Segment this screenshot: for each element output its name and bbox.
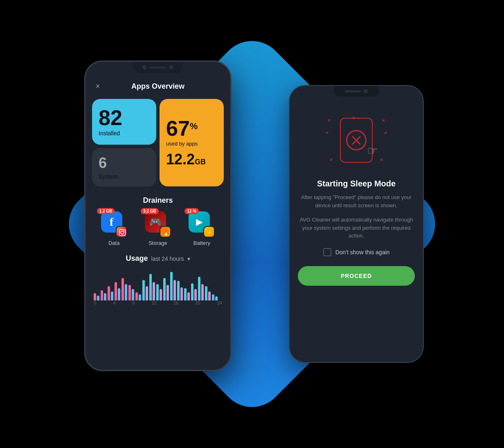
chart-bars xyxy=(92,268,224,300)
chart-label-8: 8 xyxy=(132,300,135,305)
chart-label-12: 12 xyxy=(152,300,157,305)
chart-label-20: 20 xyxy=(195,300,200,305)
proceed-button[interactable]: PROCEED xyxy=(298,266,415,286)
percent-sign: % xyxy=(190,121,198,132)
percent-wrap: 67 % xyxy=(166,118,198,139)
drainer-storage-badge: 3.2 GB xyxy=(141,208,159,214)
x-mark-3: × xyxy=(382,118,385,123)
svg-point-2 xyxy=(124,231,124,231)
usage-chart: 0 4 8 12 16 20 24 xyxy=(92,268,224,305)
drainers-title: Drainers xyxy=(92,196,224,205)
sleep-title: Starting Sleep Mode xyxy=(317,179,396,188)
game-icon-sub: 🔥 xyxy=(160,226,171,237)
chart-labels: 0 4 8 12 16 20 24 xyxy=(92,300,224,305)
notch-back-cam xyxy=(364,89,368,93)
x-mark-7: × xyxy=(380,157,383,163)
x-mark-6: × xyxy=(330,157,333,163)
drainer-battery-icon-stack: ▶ ⚡ xyxy=(189,211,215,237)
instagram-icon-sub xyxy=(116,226,127,237)
system-count: 6 xyxy=(99,155,107,172)
play-sub-icon: ⚡ xyxy=(204,227,215,237)
notch-front-cam2 xyxy=(169,65,173,69)
used-by-label: used by apps xyxy=(166,141,198,147)
drainer-data-label: Data xyxy=(108,240,119,246)
playstore-sub-icon: ⚡ xyxy=(203,226,215,237)
usage-header: Usage last 24 hours ▾ xyxy=(92,254,224,263)
drainer-battery[interactable]: 12 % ▶ ⚡ Battery xyxy=(189,211,215,246)
x-mark-4: × xyxy=(326,130,328,136)
sleep-x-circle xyxy=(346,130,367,150)
drainer-battery-icon-wrap: 12 % ▶ ⚡ xyxy=(189,211,215,237)
drainers-row: 1.2 GB f xyxy=(92,211,224,246)
dont-show-label: Don't show this again xyxy=(335,249,390,255)
sleep-hand-icon: ☞ xyxy=(367,143,378,158)
phone-front: × Apps Overview 82 Installed 67 % used b… xyxy=(84,60,232,371)
notch-front-cam xyxy=(142,65,146,69)
stats-grid: 82 Installed 67 % used by apps 12.2 GB xyxy=(92,99,224,186)
chart-label-4: 4 xyxy=(113,300,115,305)
drainer-data-badge: 1.2 GB xyxy=(97,208,115,214)
drainer-storage[interactable]: 3.2 GB 🎮 🔥 Storage xyxy=(145,211,171,246)
drainer-storage-label: Storage xyxy=(148,240,167,246)
phone-back-notch xyxy=(334,86,379,96)
phone-back: × × × × × × × ☞ Starting Sleep Mode Afte… xyxy=(289,85,424,363)
gb-value: 12.2 xyxy=(166,151,195,168)
sleep-mode-screen: × × × × × × × ☞ Starting Sleep Mode Afte… xyxy=(290,101,423,362)
usage-stat: 67 % used by apps 12.2 GB xyxy=(160,99,224,186)
chart-label-24: 24 xyxy=(217,300,222,305)
usage-subtitle: last 24 hours xyxy=(151,255,184,262)
x-mark-1: × xyxy=(328,118,331,123)
gb-wrap: 12.2 GB xyxy=(166,151,206,168)
ig-icon xyxy=(117,227,127,237)
drainer-data-icon-stack: f xyxy=(101,211,127,237)
chart-label-0: 0 xyxy=(94,300,96,305)
system-stat: 6 System xyxy=(92,148,156,186)
usage-title: Usage xyxy=(126,254,148,263)
apps-overview-screen: × Apps Overview 82 Installed 67 % used b… xyxy=(86,74,230,370)
system-label: System xyxy=(99,173,118,180)
usage-chevron-icon[interactable]: ▾ xyxy=(187,255,190,262)
sleep-illustration: × × × × × × × ☞ xyxy=(324,110,389,171)
drainer-storage-icon-stack: 🎮 🔥 xyxy=(145,211,171,237)
chart-label-16: 16 xyxy=(173,300,178,305)
sleep-desc1: After tapping "Proceed" please do not us… xyxy=(298,193,415,209)
sleep-phone-icon: ☞ xyxy=(340,118,373,163)
svg-rect-0 xyxy=(119,230,125,236)
drainer-battery-badge: 12 % xyxy=(184,208,199,214)
notch-front-speaker xyxy=(150,67,166,69)
notch-back-speaker xyxy=(345,90,361,92)
phone-front-notch xyxy=(133,62,182,73)
drainer-data[interactable]: 1.2 GB f xyxy=(101,211,127,246)
close-button[interactable]: × xyxy=(92,81,104,92)
dont-show-checkbox[interactable] xyxy=(323,248,331,256)
sleep-desc2: AVG Cleaner will automatically navigate … xyxy=(298,216,415,240)
game-sub-icon: 🔥 xyxy=(160,227,171,237)
installed-label: Installed xyxy=(99,130,120,137)
drainer-data-icon-wrap: 1.2 GB f xyxy=(101,211,127,237)
apps-header: × Apps Overview xyxy=(92,82,224,91)
gb-unit: GB xyxy=(195,158,206,166)
drainer-storage-icon-wrap: 3.2 GB 🎮 🔥 xyxy=(145,211,171,237)
x-mark-5: × xyxy=(384,130,387,136)
apps-title: Apps Overview xyxy=(131,82,184,91)
svg-point-1 xyxy=(121,231,124,234)
percent-num: 67 xyxy=(166,118,190,139)
checkbox-row[interactable]: Don't show this again xyxy=(323,248,390,256)
drainer-battery-label: Battery xyxy=(194,240,210,246)
installed-stat: 82 Installed xyxy=(92,99,156,145)
installed-count: 82 xyxy=(99,107,122,128)
